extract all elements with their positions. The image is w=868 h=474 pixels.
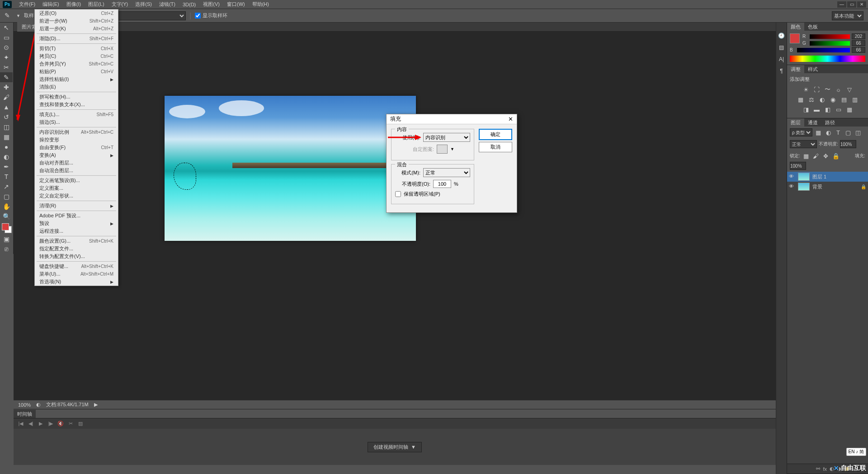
r-slider[interactable] [810, 34, 850, 39]
menu-item[interactable]: 定义图案... [35, 184, 118, 192]
invert-icon[interactable]: ◨ [802, 105, 810, 113]
audio-icon[interactable]: 🔇 [57, 420, 64, 427]
use-select[interactable]: 内容识别 [423, 133, 470, 142]
show-sample-ring-input[interactable] [195, 13, 201, 19]
crop-tool[interactable]: ✂ [0, 62, 13, 72]
r-value[interactable]: 202 [852, 33, 865, 39]
bw-icon[interactable]: ◐ [818, 95, 826, 103]
magic-wand-tool[interactable]: ✦ [0, 52, 13, 62]
menu-item[interactable]: 合并拷贝(Y)Shift+Ctrl+C [35, 60, 118, 68]
color-swatches[interactable] [0, 221, 13, 234]
next-frame-icon[interactable]: |▶ [47, 420, 54, 427]
filter-adjust-icon[interactable]: ◐ [824, 128, 832, 136]
dialog-close-button[interactable]: ✕ [508, 116, 513, 122]
transition-icon[interactable]: ▨ [77, 420, 84, 427]
menu-item[interactable]: 粘贴(P)Ctrl+V [35, 68, 118, 75]
posterize-icon[interactable]: ▬ [813, 105, 821, 113]
paths-tab[interactable]: 路径 [821, 118, 839, 127]
gradient-map-icon[interactable]: ▭ [835, 105, 843, 113]
menu-select[interactable]: 选择(S) [132, 0, 156, 9]
lookup-icon[interactable]: ▥ [851, 95, 859, 103]
menu-file[interactable]: 文件(F) [15, 0, 39, 9]
menu-item[interactable]: 定义画笔预设(B)... [35, 177, 118, 184]
hue-icon[interactable]: ▦ [797, 95, 805, 103]
maximize-button[interactable]: ▭ [847, 1, 856, 8]
menu-item[interactable]: 内容识别比例Alt+Shift+Ctrl+C [35, 128, 118, 136]
adjustments-tab[interactable]: 调整 [787, 65, 804, 74]
menu-item[interactable]: 还原(O)Ctrl+Z [35, 9, 118, 17]
menu-item[interactable]: 渐隐(D)...Shift+Ctrl+F [35, 35, 118, 42]
gradient-tool[interactable]: ▦ [0, 132, 13, 142]
document-canvas[interactable] [165, 96, 416, 241]
color-spectrum[interactable] [790, 56, 865, 62]
brush-tool[interactable]: 🖌 [0, 92, 13, 102]
quick-mask-tool[interactable]: ▣ [0, 234, 13, 244]
menu-item[interactable]: 清除(E) [35, 83, 118, 91]
character-panel-icon[interactable]: A| [778, 55, 786, 63]
sample-select-2[interactable] [113, 11, 186, 20]
menu-item[interactable]: 填充(L)...Shift+F5 [35, 111, 118, 118]
lock-pixels-icon[interactable]: 🖌 [812, 152, 820, 160]
lock-transparent-icon[interactable]: ▦ [802, 152, 810, 160]
layer-row[interactable]: 👁 背景 🔒 [787, 182, 868, 192]
show-sample-ring-checkbox[interactable]: 显示取样环 [195, 12, 227, 19]
menu-item[interactable]: 清理(R)▶ [35, 202, 118, 210]
filter-smart-icon[interactable]: ◫ [854, 128, 862, 136]
screen-mode-tool[interactable]: ⎚ [0, 244, 13, 254]
properties-panel-icon[interactable]: ▤ [778, 43, 786, 52]
timeline-tab[interactable]: 时间轴 [14, 410, 36, 418]
menu-item[interactable]: 拷贝(C)Ctrl+C [35, 52, 118, 60]
filter-pixel-icon[interactable]: ▦ [814, 128, 822, 136]
opacity-input[interactable] [840, 140, 856, 148]
menu-item[interactable]: 选择性粘贴(I)▶ [35, 75, 118, 83]
threshold-icon[interactable]: ◧ [824, 105, 832, 113]
blend-mode-select[interactable]: 正常 [790, 140, 817, 148]
pen-tool[interactable]: ✒ [0, 162, 13, 172]
canvas-area[interactable] [14, 32, 776, 400]
mode-select[interactable]: 正常 [423, 168, 470, 177]
zoom-slider-icon[interactable]: ◐ [36, 402, 41, 408]
visibility-icon[interactable]: 👁 [789, 183, 795, 190]
eraser-tool[interactable]: ◫ [0, 122, 13, 132]
menu-item[interactable]: 后退一步(K)Alt+Ctrl+Z [35, 25, 118, 33]
cancel-button[interactable]: 取消 [479, 142, 512, 152]
menu-item[interactable]: 查找和替换文本(X)... [35, 101, 118, 108]
history-panel-icon[interactable]: 🕘 [778, 32, 786, 40]
menu-item[interactable]: 前进一步(W)Shift+Ctrl+Z [35, 17, 118, 25]
menu-item[interactable]: 远程连接... [35, 227, 118, 235]
menu-item[interactable]: 拼写检查(H)... [35, 93, 118, 101]
menu-item[interactable]: 描边(S)... [35, 118, 118, 126]
menu-item[interactable]: 指定配置文件... [35, 245, 118, 253]
layer-thumbnail[interactable] [798, 183, 810, 191]
chevron-down-icon[interactable]: ▼ [16, 14, 20, 18]
layer-filter-kind[interactable]: ρ 类型 [790, 128, 812, 136]
workspace-select[interactable]: 基本功能 [832, 11, 863, 20]
close-button[interactable]: ✕ [857, 1, 866, 8]
menu-type[interactable]: 文字(Y) [108, 0, 132, 9]
g-slider[interactable] [810, 41, 850, 46]
stamp-tool[interactable]: ▲ [0, 102, 13, 112]
foreground-color-swatch[interactable] [2, 223, 9, 230]
zoom-tool[interactable]: 🔍 [0, 211, 13, 221]
menu-layer[interactable]: 图层(L) [85, 0, 108, 9]
menu-item[interactable]: 首选项(N)▶ [35, 278, 118, 286]
layer-style-icon[interactable]: fx [823, 466, 827, 472]
filter-type-icon[interactable]: T [834, 128, 842, 136]
menu-item[interactable]: Adobe PDF 预设... [35, 212, 118, 220]
menu-item[interactable]: 转换为配置文件(V)... [35, 253, 118, 260]
fill-input[interactable] [790, 162, 806, 170]
link-layers-icon[interactable]: ⚯ [816, 466, 820, 472]
swatches-tab[interactable]: 色板 [804, 23, 821, 31]
blur-tool[interactable]: ● [0, 142, 13, 152]
color-preview-swatch[interactable] [790, 33, 800, 43]
healing-tool[interactable]: ✚ [0, 82, 13, 92]
menu-item[interactable]: 定义自定形状... [35, 192, 118, 200]
goto-first-icon[interactable]: |◀ [17, 420, 24, 427]
pattern-picker[interactable] [437, 145, 448, 154]
scissors-icon[interactable]: ✂ [67, 420, 74, 427]
color-tab[interactable]: 颜色 [787, 23, 804, 31]
zoom-level[interactable]: 100% [18, 402, 31, 408]
menu-item[interactable]: 操控变形 [35, 136, 118, 144]
menu-item[interactable]: 预设▶ [35, 220, 118, 227]
layer-name[interactable]: 图层 1 [812, 174, 826, 180]
